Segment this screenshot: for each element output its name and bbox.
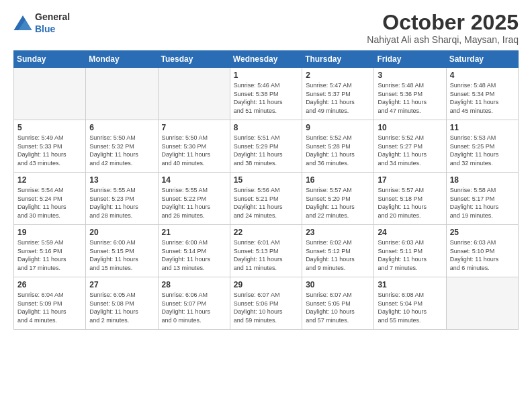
day-number: 27: [89, 280, 154, 289]
day-number: 14: [162, 175, 226, 185]
day-info: Sunrise: 5:57 AM Sunset: 5:18 PM Dayligh…: [378, 186, 442, 220]
day-number: 11: [450, 123, 515, 132]
calendar-day-cell: 22Sunrise: 6:01 AM Sunset: 5:13 PM Dayli…: [230, 225, 302, 277]
weekday-header: Sunday: [14, 51, 86, 68]
day-info: Sunrise: 5:57 AM Sunset: 5:20 PM Dayligh…: [306, 186, 370, 220]
calendar-day-cell: 2Sunrise: 5:47 AM Sunset: 5:37 PM Daylig…: [302, 68, 374, 120]
day-info: Sunrise: 5:51 AM Sunset: 5:29 PM Dayligh…: [234, 134, 298, 167]
calendar-day-cell: 9Sunrise: 5:52 AM Sunset: 5:28 PM Daylig…: [302, 120, 374, 173]
calendar-day-cell: 31Sunrise: 6:08 AM Sunset: 5:04 PM Dayli…: [374, 277, 446, 330]
calendar-day-cell: 11Sunrise: 5:53 AM Sunset: 5:25 PM Dayli…: [446, 120, 518, 173]
day-number: 17: [378, 175, 442, 185]
calendar-day-cell: 8Sunrise: 5:51 AM Sunset: 5:29 PM Daylig…: [230, 120, 302, 173]
calendar-day-cell: 28Sunrise: 6:06 AM Sunset: 5:07 PM Dayli…: [158, 277, 230, 330]
day-info: Sunrise: 5:47 AM Sunset: 5:37 PM Dayligh…: [306, 81, 370, 115]
day-info: Sunrise: 6:03 AM Sunset: 5:10 PM Dayligh…: [450, 238, 515, 272]
day-number: 2: [306, 71, 370, 80]
calendar-day-cell: 3Sunrise: 5:48 AM Sunset: 5:36 PM Daylig…: [374, 68, 446, 120]
logo-text: General Blue: [35, 11, 70, 35]
calendar-day-cell: 10Sunrise: 5:52 AM Sunset: 5:27 PM Dayli…: [374, 120, 446, 173]
calendar-day-cell: [446, 277, 518, 330]
header: General Blue October 2025 Nahiyat Ali as…: [13, 11, 519, 45]
day-info: Sunrise: 6:01 AM Sunset: 5:13 PM Dayligh…: [234, 238, 298, 272]
day-info: Sunrise: 6:08 AM Sunset: 5:04 PM Dayligh…: [378, 291, 442, 324]
day-info: Sunrise: 5:46 AM Sunset: 5:38 PM Dayligh…: [234, 81, 298, 115]
calendar-day-cell: 26Sunrise: 6:04 AM Sunset: 5:09 PM Dayli…: [14, 277, 86, 330]
calendar-day-cell: 12Sunrise: 5:54 AM Sunset: 5:24 PM Dayli…: [14, 173, 86, 225]
month-title: October 2025: [367, 11, 519, 34]
day-number: 29: [234, 280, 298, 289]
calendar-day-cell: [158, 68, 230, 120]
day-info: Sunrise: 5:59 AM Sunset: 5:16 PM Dayligh…: [17, 238, 82, 272]
calendar-day-cell: 17Sunrise: 5:57 AM Sunset: 5:18 PM Dayli…: [374, 173, 446, 225]
day-number: 30: [306, 280, 370, 289]
day-info: Sunrise: 5:56 AM Sunset: 5:21 PM Dayligh…: [234, 186, 298, 220]
day-info: Sunrise: 5:48 AM Sunset: 5:34 PM Dayligh…: [450, 81, 515, 115]
day-number: 28: [162, 280, 226, 289]
calendar-week-row: 19Sunrise: 5:59 AM Sunset: 5:16 PM Dayli…: [14, 225, 519, 277]
calendar-day-cell: 1Sunrise: 5:46 AM Sunset: 5:38 PM Daylig…: [230, 68, 302, 120]
calendar-week-row: 12Sunrise: 5:54 AM Sunset: 5:24 PM Dayli…: [14, 173, 519, 225]
calendar-day-cell: 30Sunrise: 6:07 AM Sunset: 5:05 PM Dayli…: [302, 277, 374, 330]
day-number: 24: [378, 228, 442, 237]
day-info: Sunrise: 6:05 AM Sunset: 5:08 PM Dayligh…: [89, 291, 154, 324]
calendar-day-cell: 20Sunrise: 6:00 AM Sunset: 5:15 PM Dayli…: [86, 225, 158, 277]
day-info: Sunrise: 5:58 AM Sunset: 5:17 PM Dayligh…: [450, 186, 515, 220]
weekday-header-row: SundayMondayTuesdayWednesdayThursdayFrid…: [14, 51, 519, 68]
weekday-header: Saturday: [446, 51, 518, 68]
calendar-day-cell: 14Sunrise: 5:55 AM Sunset: 5:22 PM Dayli…: [158, 173, 230, 225]
day-number: 10: [378, 123, 442, 132]
calendar-day-cell: 13Sunrise: 5:55 AM Sunset: 5:23 PM Dayli…: [86, 173, 158, 225]
day-info: Sunrise: 5:52 AM Sunset: 5:28 PM Dayligh…: [306, 134, 370, 167]
calendar-day-cell: 4Sunrise: 5:48 AM Sunset: 5:34 PM Daylig…: [446, 68, 518, 120]
calendar-day-cell: 19Sunrise: 5:59 AM Sunset: 5:16 PM Dayli…: [14, 225, 86, 277]
calendar-day-cell: 18Sunrise: 5:58 AM Sunset: 5:17 PM Dayli…: [446, 173, 518, 225]
calendar-day-cell: 29Sunrise: 6:07 AM Sunset: 5:06 PM Dayli…: [230, 277, 302, 330]
day-number: 16: [306, 175, 370, 185]
day-number: 8: [234, 123, 298, 132]
calendar-day-cell: 27Sunrise: 6:05 AM Sunset: 5:08 PM Dayli…: [86, 277, 158, 330]
day-number: 19: [17, 228, 82, 237]
day-number: 15: [234, 175, 298, 185]
day-info: Sunrise: 6:00 AM Sunset: 5:15 PM Dayligh…: [89, 238, 154, 272]
day-info: Sunrise: 5:48 AM Sunset: 5:36 PM Dayligh…: [378, 81, 442, 115]
calendar-day-cell: 21Sunrise: 6:00 AM Sunset: 5:14 PM Dayli…: [158, 225, 230, 277]
weekday-header: Friday: [374, 51, 446, 68]
day-info: Sunrise: 5:52 AM Sunset: 5:27 PM Dayligh…: [378, 134, 442, 167]
weekday-header: Tuesday: [158, 51, 230, 68]
weekday-header: Monday: [86, 51, 158, 68]
day-number: 23: [306, 228, 370, 237]
day-number: 7: [162, 123, 226, 132]
logo-general: General: [35, 11, 70, 22]
day-number: 25: [450, 228, 515, 237]
day-info: Sunrise: 6:00 AM Sunset: 5:14 PM Dayligh…: [162, 238, 226, 272]
calendar-day-cell: 6Sunrise: 5:50 AM Sunset: 5:32 PM Daylig…: [86, 120, 158, 173]
day-info: Sunrise: 6:07 AM Sunset: 5:05 PM Dayligh…: [306, 291, 370, 324]
weekday-header: Wednesday: [230, 51, 302, 68]
day-number: 31: [378, 280, 442, 289]
location-title: Nahiyat Ali ash Sharqi, Maysan, Iraq: [367, 34, 519, 45]
day-number: 5: [17, 123, 82, 132]
day-number: 22: [234, 228, 298, 237]
day-number: 12: [17, 175, 82, 185]
calendar-day-cell: [14, 68, 86, 120]
day-info: Sunrise: 5:50 AM Sunset: 5:32 PM Dayligh…: [89, 134, 154, 167]
weekday-header: Thursday: [302, 51, 374, 68]
day-info: Sunrise: 5:55 AM Sunset: 5:23 PM Dayligh…: [89, 186, 154, 220]
calendar-week-row: 26Sunrise: 6:04 AM Sunset: 5:09 PM Dayli…: [14, 277, 519, 330]
calendar-day-cell: 5Sunrise: 5:49 AM Sunset: 5:33 PM Daylig…: [14, 120, 86, 173]
day-info: Sunrise: 6:04 AM Sunset: 5:09 PM Dayligh…: [17, 291, 82, 324]
day-number: 3: [378, 71, 442, 80]
logo-icon: [13, 15, 32, 30]
day-number: 1: [234, 71, 298, 80]
day-info: Sunrise: 6:02 AM Sunset: 5:12 PM Dayligh…: [306, 238, 370, 272]
calendar-day-cell: 16Sunrise: 5:57 AM Sunset: 5:20 PM Dayli…: [302, 173, 374, 225]
calendar-day-cell: [86, 68, 158, 120]
day-info: Sunrise: 5:54 AM Sunset: 5:24 PM Dayligh…: [17, 186, 82, 220]
title-block: October 2025 Nahiyat Ali ash Sharqi, May…: [367, 11, 519, 45]
calendar-day-cell: 23Sunrise: 6:02 AM Sunset: 5:12 PM Dayli…: [302, 225, 374, 277]
calendar-day-cell: 15Sunrise: 5:56 AM Sunset: 5:21 PM Dayli…: [230, 173, 302, 225]
day-number: 9: [306, 123, 370, 132]
day-info: Sunrise: 5:53 AM Sunset: 5:25 PM Dayligh…: [450, 134, 515, 167]
calendar-day-cell: 24Sunrise: 6:03 AM Sunset: 5:11 PM Dayli…: [374, 225, 446, 277]
